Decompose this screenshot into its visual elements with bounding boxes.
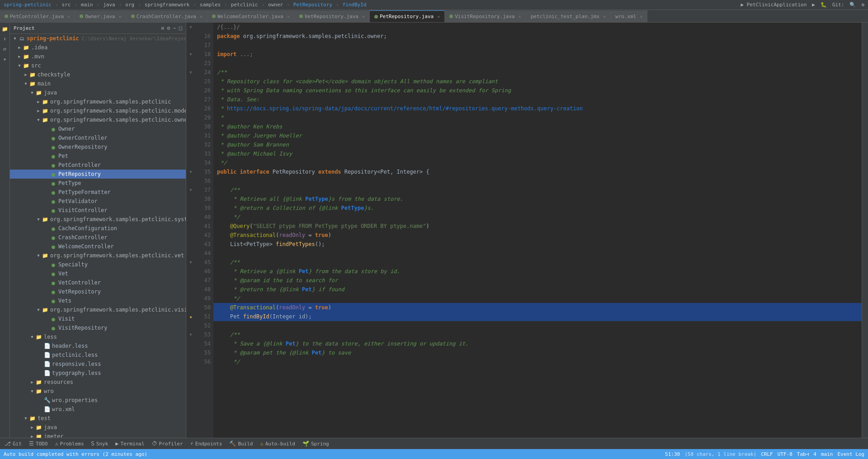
run-button[interactable]: ▶ [810,2,817,8]
tab-close-visit[interactable]: ✕ [519,14,521,19]
tab-close-crash[interactable]: ✕ [200,14,203,19]
tree-item-header-less[interactable]: 📄 header.less [10,341,186,350]
fold-icon-53[interactable]: ▼ [189,332,192,337]
tree-item-visit[interactable]: ● Visit [10,314,186,323]
tree-item-visitrepository[interactable]: ● VisitRepository [10,323,186,332]
tool-profiler[interactable]: ⏱ Profiler [150,440,185,447]
tree-item-petcontroller[interactable]: ● PetController [10,161,186,170]
tool-todo[interactable]: ☰ TODO [27,440,50,447]
tab-crashcontroller[interactable]: CrashController.java ✕ [127,10,208,22]
tool-build[interactable]: 🔨 Build [227,440,255,447]
fold-icon-45[interactable]: ▼ [189,260,192,265]
fold-icon-37[interactable]: ▼ [189,188,192,192]
tree-item-ownerrepo[interactable]: ● OwnerRepository [10,142,186,151]
search-button[interactable]: 🔍 [848,2,858,8]
status-crlf[interactable]: CRLF [761,451,773,457]
tree-item-system-pkg[interactable]: ▼ 📁 org.springframework.samples.petclini… [10,215,186,224]
tree-item-mvn[interactable]: ▶ 📁 .mvn [10,52,186,61]
tree-item-idea[interactable]: ▶ 📁 .idea [10,43,186,52]
tool-spring[interactable]: 🌱 Spring [301,440,331,447]
tool-endpoints[interactable]: ⚡ Endpoints [189,440,224,447]
tree-item-java[interactable]: ▼ 📁 java [10,88,186,97]
tab-close-owner[interactable]: ✕ [118,14,121,19]
breadcrumb-java[interactable]: java [101,2,117,8]
tree-item-wro[interactable]: ▼ 📁 wro [10,387,186,396]
code-editor[interactable]: /{...}/ package org.springframework.samp… [213,23,862,438]
tree-item-pet[interactable]: ● Pet [10,151,186,161]
tab-close-wro[interactable]: ✕ [640,14,642,19]
breadcrumb-src[interactable]: src [60,2,73,8]
tab-vetrepository[interactable]: VetRepository.java ✕ [295,10,370,22]
tree-item-petclinic-less[interactable]: 📄 petclinic.less [10,350,186,360]
tree-item-ownercontroller[interactable]: ● OwnerController [10,133,186,142]
debug-button[interactable]: 🐛 [819,2,829,8]
tree-item-jmeter[interactable]: ▶ 📁 jmeter [10,432,186,438]
collapse-all-icon[interactable]: ≡ [161,25,164,31]
breadcrumb-owner[interactable]: owner [266,2,285,8]
tab-petrepository[interactable]: PetRepository.java ✕ [370,10,445,22]
settings-project-icon[interactable]: ⚙ [167,25,170,31]
tree-item-pettype[interactable]: ● PetType [10,179,186,188]
tree-item-responsive-less[interactable]: 📄 responsive.less [10,360,186,369]
tab-close-jmx[interactable]: ✕ [603,14,606,19]
tree-item-test-java[interactable]: ▶ 📁 java [10,423,186,432]
tab-welcomecontroller[interactable]: WelcomeController.java ✕ [208,10,295,22]
fold-icon-35[interactable]: ▼ [189,170,192,174]
tab-close-petrepo[interactable]: ✕ [437,14,440,19]
close-project-icon[interactable]: − [173,25,176,31]
tree-item-vetrepository[interactable]: ● VetRepository [10,287,186,296]
tree-item-less[interactable]: ▼ 📁 less [10,332,186,341]
tree-item-model[interactable]: ▶ 📁 org.springframework.samples.petclini… [10,106,186,115]
fold-icon-1[interactable]: ▼ [189,25,192,29]
tree-item-main[interactable]: ▼ 📁 main [10,79,186,88]
tool-problems[interactable]: ⚠ Problems [53,440,85,447]
status-branch[interactable]: main [821,451,833,457]
tab-jmx[interactable]: petclinic_test_plan.jmx ✕ [526,10,611,22]
maximize-project-icon[interactable]: □ [179,25,182,31]
tree-item-pettypeformatter[interactable]: ● PetTypeFormatter [10,188,186,197]
status-eventlog[interactable]: Event Log [837,451,864,457]
commit-icon[interactable]: ⬆ [0,34,9,43]
tab-visitrepository[interactable]: VisitRepository.java ✕ [445,10,526,22]
tree-item-vetcontroller[interactable]: ● VetController [10,278,186,287]
tab-petcontroller[interactable]: PetController.java ✕ [0,10,75,22]
settings-button[interactable]: ⚙ [859,2,866,8]
favorites-icon[interactable]: ★ [0,54,9,63]
breadcrumb-petrepo[interactable]: PetRepository [292,2,334,8]
tree-item-test[interactable]: ▼ 📁 test [10,414,186,423]
status-position[interactable]: 51:30 [665,451,680,457]
breadcrumb-samples[interactable]: samples [198,2,222,8]
tree-item-resources[interactable]: ▶ 📁 resources [10,378,186,387]
run-config[interactable]: ▶ PetClinicApplication [739,2,809,8]
tree-item-visitcontroller[interactable]: ● VisitController [10,206,186,215]
tree-item-vet-pkg[interactable]: ▼ 📁 org.springframework.samples.petclini… [10,251,186,260]
tree-item-typography-less[interactable]: 📄 typography.less [10,369,186,378]
tree-item-wro-properties[interactable]: 🔧 wro.properties [10,396,186,405]
tree-item-src[interactable]: ▼ 📁 src [10,61,186,70]
tree-item-vet[interactable]: ● Vet [10,269,186,278]
tree-item-welcomecontroller[interactable]: ● WelcomeController [10,242,186,251]
tree-item-petrepository[interactable]: ● PetRepository [10,170,186,179]
tool-terminal[interactable]: ▶ Terminal [113,440,146,447]
project-icon[interactable]: 📁 [0,24,9,33]
tree-item-vets[interactable]: ● Vets [10,296,186,305]
fold-icon-4[interactable]: ▼ [189,52,192,57]
tree-item-crashcontroller[interactable]: ● CrashController [10,233,186,242]
status-indent[interactable]: Tab⊣ [797,451,809,457]
tree-item-checkstyle[interactable]: ▶ 📁 checkstyle [10,70,186,79]
tab-close-vet[interactable]: ✕ [362,14,365,19]
breadcrumb-root[interactable]: spring-petclinic [2,2,53,8]
tree-item-root[interactable]: ▼ 🗂 spring-petclinic C:\Users\Neeraj Ver… [10,34,186,43]
breadcrumb-petclinic[interactable]: petclinic [229,2,260,8]
breadcrumb-main[interactable]: main [79,2,95,8]
breadcrumb-springframework[interactable]: springframework [143,2,191,8]
breadcrumb-org[interactable]: org [123,2,136,8]
pull-request-icon[interactable]: ⇄ [0,44,9,53]
tree-item-visit-pkg[interactable]: ▼ 📁 org.springframework.samples.petclini… [10,305,186,314]
tree-item-specialty[interactable]: ● Specialty [10,260,186,269]
tree-item-owner-pkg[interactable]: ▼ 📁 org.springframework.samples.petclini… [10,115,186,124]
tree-item-owner-class[interactable]: ● Owner [10,124,186,133]
tree-item-petvalidator[interactable]: ● PetValidator [10,197,186,206]
tab-close-petcontroller[interactable]: ✕ [67,14,70,19]
tool-snyk[interactable]: S Snyk [90,440,110,447]
